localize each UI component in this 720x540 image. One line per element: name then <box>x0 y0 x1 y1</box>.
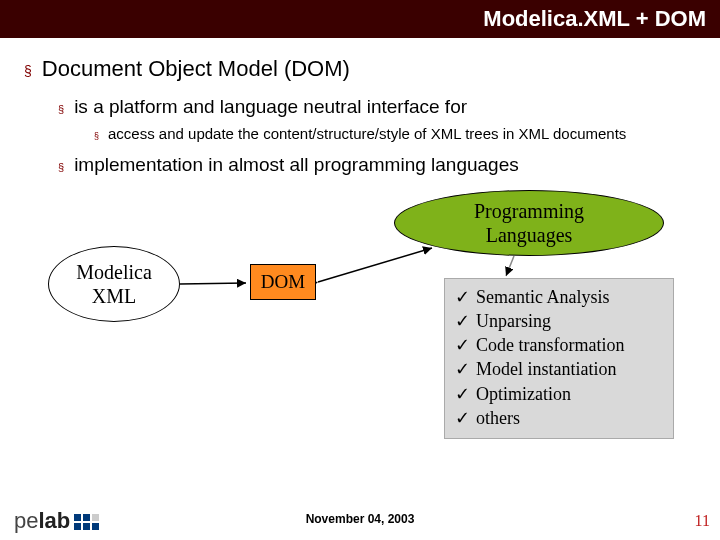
check-label: Code transformation <box>476 333 624 357</box>
bullet-icon: § <box>58 161 64 173</box>
heading-2b-text: implementation in almost all programming… <box>74 154 519 176</box>
page-number: 11 <box>695 512 710 530</box>
list-item: ✓others <box>455 406 663 430</box>
check-label: Optimization <box>476 382 571 406</box>
list-item: ✓Code transformation <box>455 333 663 357</box>
check-label: Model instantiation <box>476 357 616 381</box>
bullet-icon: § <box>24 63 32 79</box>
heading-3a: § access and update the content/structur… <box>94 124 674 144</box>
bullet-icon: § <box>58 103 64 115</box>
heading-3a-text: access and update the content/structure/… <box>108 124 626 144</box>
content-area: § Document Object Model (DOM) § is a pla… <box>0 38 720 426</box>
slide-title: Modelica.XML + DOM <box>483 6 706 32</box>
bullet-icon: § <box>94 131 99 143</box>
heading-1: § Document Object Model (DOM) <box>24 56 696 82</box>
list-item: ✓Unparsing <box>455 309 663 333</box>
list-item: ✓Optimization <box>455 382 663 406</box>
heading-1-text: Document Object Model (DOM) <box>42 56 350 82</box>
check-label: others <box>476 406 520 430</box>
heading-2b: § implementation in almost all programmi… <box>58 154 696 176</box>
svg-line-2 <box>506 256 514 276</box>
check-icon: ✓ <box>455 382 470 406</box>
node-programming-languages: Programming Languages <box>394 190 664 256</box>
check-icon: ✓ <box>455 406 470 430</box>
heading-2a: § is a platform and language neutral int… <box>58 96 696 118</box>
check-icon: ✓ <box>455 285 470 309</box>
check-label: Semantic Analysis <box>476 285 610 309</box>
check-icon: ✓ <box>455 357 470 381</box>
checklist-box: ✓Semantic Analysis ✓Unparsing ✓Code tran… <box>444 278 674 440</box>
list-item: ✓Semantic Analysis <box>455 285 663 309</box>
node-proglang-label: Programming Languages <box>474 199 584 247</box>
svg-line-0 <box>180 283 246 284</box>
diagram: Modelica XML DOM Programming Languages ✓… <box>24 186 696 426</box>
node-dom: DOM <box>250 264 316 300</box>
heading-2a-text: is a platform and language neutral inter… <box>74 96 467 118</box>
check-icon: ✓ <box>455 333 470 357</box>
footer-date: November 04, 2003 <box>0 512 720 526</box>
check-icon: ✓ <box>455 309 470 333</box>
footer: pelab November 04, 2003 11 <box>0 508 720 534</box>
node-modelica-xml: Modelica XML <box>48 246 180 322</box>
node-dom-label: DOM <box>261 271 305 293</box>
list-item: ✓Model instantiation <box>455 357 663 381</box>
svg-line-1 <box>318 248 432 282</box>
node-modelica-xml-label: Modelica XML <box>76 260 152 308</box>
check-label: Unparsing <box>476 309 551 333</box>
title-bar: Modelica.XML + DOM <box>0 0 720 38</box>
